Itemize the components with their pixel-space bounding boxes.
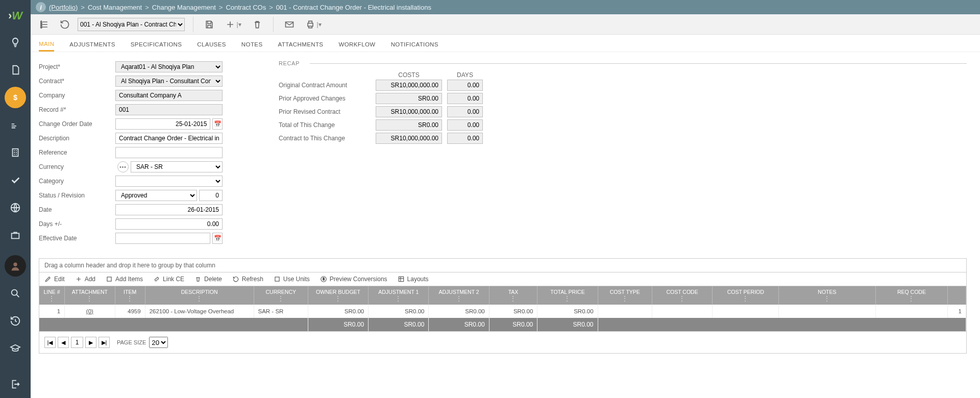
pager-prev-icon[interactable]: ◀ [58,337,69,348]
nav-document-icon[interactable] [5,59,26,81]
nav-avatar[interactable] [5,255,26,277]
svg-text:$: $ [13,93,17,102]
nav-insights-icon[interactable] [5,32,26,53]
group-by-bar[interactable]: Drag a column header and drop it here to… [39,259,966,272]
grid-additems-button[interactable]: Add Items [106,276,143,283]
nav-check-icon[interactable] [5,169,26,191]
label-effective: Effective Date [39,235,115,242]
list-view-icon[interactable]: 123 [37,17,52,32]
line-items-grid: Drag a column header and drop it here to… [39,258,967,354]
recap-head-days: DAYS [447,71,483,79]
grid-preview-button[interactable]: $Preview Conversions [320,276,387,283]
label-days: Days +/- [39,220,115,228]
pager-page-input[interactable] [71,337,83,348]
recap-cost-2 [376,106,442,117]
grid-layouts-button[interactable]: Layouts [398,276,429,283]
recap-days-0 [447,80,483,91]
label-recordno: Record #* [39,106,115,113]
pager-first-icon[interactable]: |◀ [44,337,56,348]
grid-add-button[interactable]: Add [75,276,95,283]
tab-workflow[interactable]: WORKFLOW [338,41,375,52]
nav-search-icon[interactable] [5,283,26,304]
svg-point-4 [13,263,17,266]
app-logo[interactable]: ›W [0,3,31,29]
svg-rect-10 [107,277,111,281]
page-size: PAGE SIZE 20 [117,337,168,348]
revision-field[interactable] [199,190,223,201]
recap-days-1 [447,93,483,104]
grid-delete-button[interactable]: Delete [194,276,222,283]
svg-point-5 [12,290,17,295]
company-field [115,90,223,101]
nav-cost-icon[interactable]: $ [5,87,26,108]
tab-attachments[interactable]: ATTACHMENTS [278,41,323,52]
print-icon[interactable]: |▾ [302,17,325,32]
currency-lookup-icon[interactable]: ••• [117,161,129,172]
delete-icon[interactable] [250,17,265,32]
record-selector[interactable]: 001 - Al Shoqiya Plan - Contract Cha [78,18,185,31]
page-size-select[interactable]: 20 [149,337,168,348]
email-icon[interactable] [282,17,297,32]
recordno-field [115,104,223,115]
change-order-date-field[interactable] [115,118,210,130]
tab-notifications[interactable]: NOTIFICATIONS [391,41,438,52]
tab-notes[interactable]: NOTES [241,41,263,52]
grid-footer: |◀ ◀ ▶ ▶| PAGE SIZE 20 [39,331,966,353]
table-header-row: LINE #⋮ ATTACHMENT⋮ ITEM⋮ DESCRIPTION⋮ C… [39,286,966,305]
days-field[interactable] [115,218,223,230]
nav-globe-icon[interactable] [5,197,26,218]
nav-history-icon[interactable] [5,310,26,332]
contract-select[interactable]: Al Shoqiya Plan - Consultant Company A [115,76,223,87]
history-toolbar-icon[interactable] [57,17,72,32]
tab-adjustments[interactable]: ADJUSTMENTS [69,41,115,52]
attachment-link[interactable]: (0) [65,305,115,318]
breadcrumb-level-1[interactable]: Cost Management [88,4,142,11]
pager-last-icon[interactable]: ▶| [99,337,110,348]
label-status: Status / Revision [39,192,115,199]
grid-toolbar: Edit Add Add Items Link CE Delete Refres… [39,272,966,286]
pager-next-icon[interactable]: ▶ [85,337,96,348]
label-description: Description [39,135,115,142]
tab-specifications[interactable]: SPECIFICATIONS [131,41,182,52]
breadcrumb-portfolio[interactable]: (Portfolio) [49,4,78,11]
svg-rect-14 [399,277,403,281]
description-field[interactable] [115,133,223,144]
save-icon[interactable] [202,17,217,32]
date-field[interactable] [115,204,223,215]
reference-field[interactable] [115,147,223,158]
record-toolbar: 123 001 - Al Shoqiya Plan - Contract Cha… [31,14,980,35]
line-items-table: LINE #⋮ ATTACHMENT⋮ ITEM⋮ DESCRIPTION⋮ C… [39,286,966,331]
grid-edit-button[interactable]: Edit [44,276,65,283]
svg-rect-11 [275,277,279,281]
svg-rect-1 [13,149,18,157]
svg-rect-3 [12,233,19,238]
nav-building-icon[interactable] [5,142,26,163]
status-select[interactable]: Approved [115,190,197,201]
recap-cost-3 [376,119,442,131]
left-nav-sidebar: ›W $ [0,0,31,398]
category-select[interactable] [115,176,223,187]
nav-briefcase-icon[interactable] [5,225,26,246]
add-icon[interactable]: |▾ [222,17,244,32]
grid-linkce-button[interactable]: Link CE [153,276,184,283]
calendar-icon[interactable]: 📅 [212,118,223,130]
tab-main[interactable]: MAIN [39,41,54,52]
grid-useunits-toggle[interactable]: Use Units [274,276,310,283]
recap-head-costs: COSTS [376,71,442,79]
project-select[interactable]: Aqarat01 - Al Shoqiya Plan [115,61,223,72]
nav-reports-icon[interactable] [5,114,26,136]
breadcrumb-level-3[interactable]: Contract COs [226,4,266,11]
grid-refresh-button[interactable]: Refresh [232,276,263,283]
nav-learn-icon[interactable] [5,338,26,359]
breadcrumb: i (Portfolio) > Cost Management > Change… [31,0,980,14]
calendar-icon[interactable]: 📅 [212,233,223,244]
recap-days-3 [447,119,483,131]
breadcrumb-level-2[interactable]: Change Management [152,4,216,11]
nav-logout-icon[interactable] [5,374,26,395]
info-icon[interactable]: i [36,2,46,12]
currency-select[interactable]: SAR - SR [131,161,223,172]
table-row[interactable]: 1 (0) 4959 262100 - Low-Voltage Overhead… [39,305,966,318]
effective-date-field[interactable] [115,233,210,244]
recap-panel: RECAP COSTS DAYS Original Contract Amoun… [279,60,967,246]
tab-clauses[interactable]: CLAUSES [197,41,226,52]
